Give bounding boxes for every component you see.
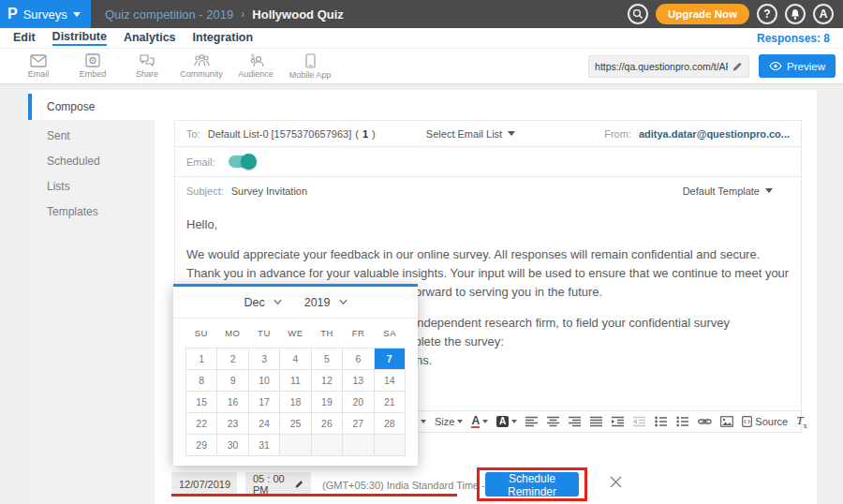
tab-edit[interactable]: Edit xyxy=(13,31,36,45)
calendar-day-8[interactable]: 8 xyxy=(186,370,217,392)
calendar-day-20[interactable]: 20 xyxy=(343,392,374,413)
sidebar-item-lists[interactable]: Lists xyxy=(28,174,155,200)
calendar-day-7[interactable]: 7 xyxy=(375,348,406,370)
source-doc-icon xyxy=(742,416,752,427)
align-center-button[interactable] xyxy=(547,416,560,427)
search-button[interactable] xyxy=(628,4,648,24)
to-count-open: ( xyxy=(355,128,359,140)
align-justify-button[interactable] xyxy=(590,416,603,427)
calendar-day-26[interactable]: 26 xyxy=(312,413,343,435)
calendar-day-23[interactable]: 23 xyxy=(217,413,248,435)
template-label: Default Template xyxy=(683,185,760,197)
calendar-empty-cell xyxy=(375,435,406,456)
channel-audience[interactable]: $ Audience xyxy=(229,53,283,79)
account-avatar[interactable]: A xyxy=(813,4,834,24)
sidebar-item-scheduled[interactable]: Scheduled xyxy=(28,149,155,174)
calendar-day-28[interactable]: 28 xyxy=(375,413,406,435)
remove-format-button[interactable]: Tx xyxy=(796,413,806,430)
edit-url-pencil-icon[interactable] xyxy=(732,61,743,72)
calendar-day-5[interactable]: 5 xyxy=(312,348,343,370)
compose-sidebar: Sent Scheduled Lists Templates xyxy=(28,120,155,504)
annotation-red-underline xyxy=(171,494,457,497)
insert-link-button[interactable] xyxy=(698,416,712,427)
preview-button[interactable]: Preview xyxy=(759,54,836,78)
background-color-button[interactable]: A xyxy=(496,416,517,427)
channel-share[interactable]: Share xyxy=(120,53,174,79)
weekday-fr: FR xyxy=(343,319,375,348)
calendar-day-18[interactable]: 18 xyxy=(280,392,311,413)
remove-format-icon: Tx xyxy=(796,413,806,430)
calendar-day-4[interactable]: 4 xyxy=(280,348,311,370)
weekday-header: SU MO TU WE TH FR SA xyxy=(185,319,406,348)
subject-label: Subject: xyxy=(186,185,224,197)
email-label: Email: xyxy=(186,156,215,168)
channel-mobile-app[interactable]: Mobile App xyxy=(283,53,337,80)
tab-distribute[interactable]: Distribute xyxy=(52,30,107,46)
email-toggle[interactable] xyxy=(229,156,255,168)
calendar-day-31[interactable]: 31 xyxy=(249,435,280,456)
tab-integration[interactable]: Integration xyxy=(193,31,254,45)
align-left-button[interactable] xyxy=(525,416,539,427)
calendar-day-14[interactable]: 14 xyxy=(375,370,406,392)
upgrade-now-button[interactable]: Upgrade Now xyxy=(656,4,749,24)
template-dropdown[interactable]: Default Template xyxy=(683,185,773,197)
breadcrumb-survey-folder[interactable]: Quiz competition - 2019 xyxy=(105,7,233,22)
surveys-product-menu[interactable]: P Surveys xyxy=(0,0,91,28)
responses-count[interactable]: Responses: 8 xyxy=(757,32,834,45)
indent-button[interactable] xyxy=(612,416,625,427)
chevron-down-icon xyxy=(73,12,81,17)
channel-community[interactable]: Community xyxy=(174,53,229,79)
calendar-day-13[interactable]: 13 xyxy=(343,370,374,392)
calendar-day-25[interactable]: 25 xyxy=(280,413,311,435)
survey-url-field[interactable]: https://qa.questionpro.com/t/APNrFZf2S xyxy=(588,55,749,78)
avatar-initial: A xyxy=(820,7,828,21)
calendar-day-16[interactable]: 16 xyxy=(217,392,248,413)
calendar-day-15[interactable]: 15 xyxy=(186,392,217,413)
calendar-day-9[interactable]: 9 xyxy=(217,370,248,392)
email-toggle-row: Email: xyxy=(174,146,802,177)
calendar-day-19[interactable]: 19 xyxy=(312,392,343,413)
calendar-day-22[interactable]: 22 xyxy=(186,413,217,435)
calendar-day-3[interactable]: 3 xyxy=(249,348,280,370)
year-select[interactable]: 2019 xyxy=(304,296,348,309)
outdent-button xyxy=(633,416,646,427)
font-dropdown[interactable] xyxy=(421,420,426,423)
calendar-day-24[interactable]: 24 xyxy=(249,413,280,435)
calendar-day-1[interactable]: 1 xyxy=(186,348,217,370)
numbered-list-button[interactable] xyxy=(676,416,689,427)
calendar-day-2[interactable]: 2 xyxy=(217,348,248,370)
calendar-day-10[interactable]: 10 xyxy=(249,370,280,392)
calendar-day-6[interactable]: 6 xyxy=(343,348,374,370)
source-button[interactable]: Source xyxy=(742,416,788,427)
calendar-day-11[interactable]: 11 xyxy=(280,370,311,392)
link-icon xyxy=(698,416,712,427)
notifications-button[interactable] xyxy=(785,4,806,24)
sidebar-item-sent[interactable]: Sent xyxy=(28,124,155,149)
calendar-day-21[interactable]: 21 xyxy=(375,392,406,413)
select-email-list-dropdown[interactable]: Select Email List xyxy=(426,128,515,140)
sidebar-item-compose[interactable]: Compose xyxy=(28,94,155,120)
from-email-value[interactable]: aditya.datar@questionpro.co... xyxy=(639,128,790,140)
calendar-day-17[interactable]: 17 xyxy=(249,392,280,413)
to-list-value[interactable]: Default List-0 [1575370657963] ( 1 ) xyxy=(208,128,376,140)
weekday-sa: SA xyxy=(374,319,406,348)
channel-embed[interactable]: Embed xyxy=(66,53,120,79)
calendar-day-29[interactable]: 29 xyxy=(186,435,217,456)
bulleted-list-button[interactable] xyxy=(655,416,668,427)
font-size-dropdown[interactable]: Size xyxy=(435,416,463,427)
chevron-down-icon xyxy=(765,188,773,193)
month-select[interactable]: Dec xyxy=(244,296,281,309)
subject-value[interactable]: Survey Invitation xyxy=(231,185,307,197)
calendar-day-30[interactable]: 30 xyxy=(217,435,248,456)
help-button[interactable]: ? xyxy=(757,4,777,24)
text-color-button[interactable]: A xyxy=(471,415,488,428)
close-schedule-button[interactable] xyxy=(609,475,623,493)
sidebar-item-templates[interactable]: Templates xyxy=(28,200,155,225)
insert-image-button[interactable] xyxy=(720,416,733,427)
align-right-button[interactable] xyxy=(569,416,582,427)
calendar-day-27[interactable]: 27 xyxy=(343,413,374,435)
chevron-down-icon xyxy=(508,131,515,136)
calendar-day-12[interactable]: 12 xyxy=(312,370,343,392)
channel-email[interactable]: Email xyxy=(11,54,66,79)
tab-analytics[interactable]: Analytics xyxy=(124,31,176,45)
